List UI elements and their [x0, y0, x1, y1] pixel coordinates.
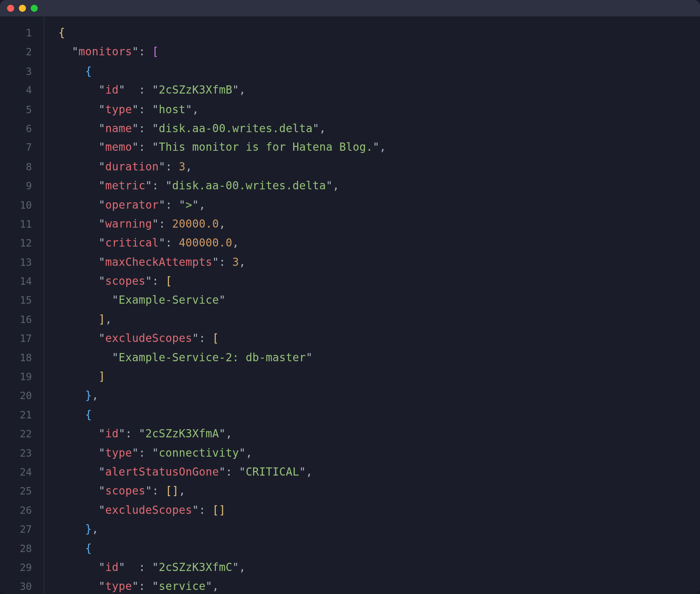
- line-number: 8: [0, 157, 32, 176]
- code-line[interactable]: {: [58, 24, 700, 43]
- line-number: 14: [0, 272, 32, 291]
- code-line[interactable]: "duration": 3,: [58, 157, 700, 176]
- line-number: 25: [0, 482, 32, 501]
- code-line[interactable]: "Example-Service-2: db-master": [58, 348, 700, 367]
- close-icon[interactable]: [7, 5, 14, 12]
- code-line[interactable]: {: [58, 539, 700, 558]
- code-line[interactable]: "warning": 20000.0,: [58, 215, 700, 234]
- titlebar: [0, 0, 700, 16]
- line-number-gutter: 1234567891011121314151617181920212223242…: [0, 16, 44, 594]
- code-line[interactable]: "scopes": [],: [58, 482, 700, 501]
- zoom-icon[interactable]: [31, 5, 38, 12]
- code-line[interactable]: },: [58, 386, 700, 405]
- line-number: 22: [0, 424, 32, 443]
- code-line[interactable]: "critical": 400000.0,: [58, 234, 700, 252]
- line-number: 20: [0, 386, 32, 405]
- code-line[interactable]: "operator": ">",: [58, 195, 700, 214]
- code-line[interactable]: "name": "disk.aa-00.writes.delta",: [58, 119, 700, 138]
- code-line[interactable]: },: [58, 520, 700, 539]
- code-line[interactable]: "excludeScopes": [: [58, 329, 700, 348]
- editor-pane: 1234567891011121314151617181920212223242…: [0, 16, 700, 594]
- line-number: 30: [0, 577, 32, 594]
- code-line[interactable]: "id" : "2cSZzK3XfmC",: [58, 558, 700, 577]
- line-number: 29: [0, 558, 32, 577]
- line-number: 12: [0, 234, 32, 252]
- code-area[interactable]: { "monitors": [ { "id" : "2cSZzK3XfmB", …: [44, 16, 700, 594]
- line-number: 10: [0, 195, 32, 214]
- code-line[interactable]: "type": "host",: [58, 100, 700, 119]
- line-number: 26: [0, 501, 32, 520]
- code-line[interactable]: "id": "2cSZzK3XfmA",: [58, 424, 700, 443]
- line-number: 4: [0, 81, 32, 100]
- line-number: 16: [0, 310, 32, 329]
- line-number: 23: [0, 444, 32, 463]
- editor-window: 1234567891011121314151617181920212223242…: [0, 0, 700, 594]
- code-line[interactable]: "scopes": [: [58, 272, 700, 291]
- code-line[interactable]: "Example-Service": [58, 291, 700, 310]
- line-number: 1: [0, 24, 32, 43]
- line-number: 5: [0, 100, 32, 119]
- code-line[interactable]: "monitors": [: [58, 43, 700, 62]
- code-line[interactable]: ]: [58, 367, 700, 386]
- line-number: 2: [0, 43, 32, 62]
- code-line[interactable]: "metric": "disk.aa-00.writes.delta",: [58, 176, 700, 195]
- line-number: 27: [0, 520, 32, 539]
- code-line[interactable]: "memo": "This monitor is for Hatena Blog…: [58, 138, 700, 157]
- line-number: 13: [0, 253, 32, 272]
- code-line[interactable]: "alertStatusOnGone": "CRITICAL",: [58, 463, 700, 482]
- line-number: 11: [0, 215, 32, 234]
- line-number: 15: [0, 291, 32, 310]
- line-number: 7: [0, 138, 32, 157]
- line-number: 3: [0, 62, 32, 81]
- code-line[interactable]: "type": "service",: [58, 577, 700, 594]
- line-number: 24: [0, 463, 32, 482]
- line-number: 21: [0, 405, 32, 424]
- code-line[interactable]: "type": "connectivity",: [58, 444, 700, 463]
- line-number: 6: [0, 119, 32, 138]
- minimize-icon[interactable]: [19, 5, 26, 12]
- line-number: 28: [0, 539, 32, 558]
- code-line[interactable]: "maxCheckAttempts": 3,: [58, 253, 700, 272]
- code-line[interactable]: {: [58, 62, 700, 81]
- line-number: 9: [0, 176, 32, 195]
- code-line[interactable]: "id" : "2cSZzK3XfmB",: [58, 81, 700, 100]
- line-number: 19: [0, 367, 32, 386]
- line-number: 18: [0, 348, 32, 367]
- line-number: 17: [0, 329, 32, 348]
- code-line[interactable]: ],: [58, 310, 700, 329]
- code-line[interactable]: "excludeScopes": []: [58, 501, 700, 520]
- code-line[interactable]: {: [58, 405, 700, 424]
